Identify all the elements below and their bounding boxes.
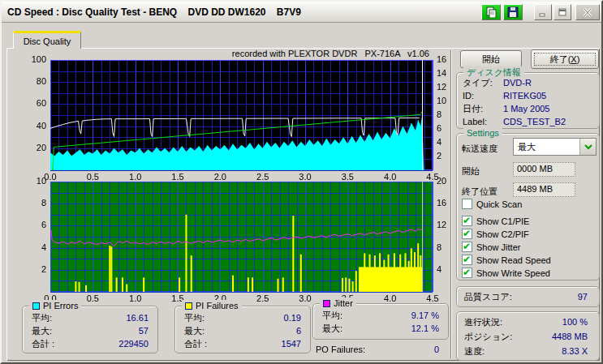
- settings-group-title: Settings: [463, 127, 502, 139]
- pi-failures-swatch: [185, 302, 192, 310]
- copy-icon: [485, 6, 497, 18]
- show-c1-pie-label: Show C1/PIE: [476, 216, 529, 226]
- speed-label: 転送速度: [462, 143, 497, 155]
- disc-date-row: 日付:1 May 2005: [457, 102, 599, 115]
- speed-row: 速度:8.33 X: [457, 344, 599, 358]
- pi-failures-box: PI Failures 平均:0.19 最大:6 合計 :1547: [174, 306, 311, 353]
- maximize-icon: [558, 7, 567, 17]
- disc-info-group: ディスク情報 タイプ:DVD-R ID:RITEKG05 日付:1 May 20…: [456, 72, 600, 129]
- save-icon: [507, 6, 519, 18]
- quality-score-label: 品質スコア:: [464, 291, 512, 303]
- copy-button[interactable]: [481, 4, 501, 20]
- pi-errors-avg-row: 平均:16.61: [23, 311, 157, 324]
- speed-select-value: 最大: [514, 139, 579, 155]
- pi-failures-title: PI Failures: [196, 301, 239, 310]
- pi-errors-title: PI Errors: [43, 301, 78, 310]
- disc-label-row: Label:CDS_TEST_B2: [457, 115, 599, 128]
- window-title: CD Speed : Disc Quality Test - BENQ DVD …: [7, 6, 301, 18]
- show-jitter-checkbox[interactable]: [462, 242, 472, 252]
- close-icon: [582, 7, 593, 18]
- save-button[interactable]: [503, 4, 523, 20]
- close-button[interactable]: [575, 4, 600, 20]
- po-failures-label: PO Failures:: [316, 345, 365, 354]
- start-position-label: 開始: [462, 165, 480, 178]
- pi-errors-swatch: [32, 302, 40, 310]
- pi-errors-max-row: 最大:57: [23, 324, 157, 337]
- quick-scan-label: Quick Scan: [476, 199, 522, 209]
- position-row: ポジション:4488 MB: [457, 329, 599, 344]
- tab-label: Disc Quality: [24, 36, 71, 46]
- progress-row: 進行状況:100 %: [457, 315, 599, 329]
- pi-failures-total-row: 合計 :1547: [175, 337, 310, 350]
- show-read-speed-checkbox[interactable]: [462, 255, 472, 265]
- pi-failures-box-title: PI Failures: [182, 300, 242, 311]
- po-failures-row: PO Failures: 0: [312, 342, 442, 357]
- end-position-label: 終了位置: [462, 186, 497, 198]
- titlebar: CD Speed : Disc Quality Test - BENQ DVD …: [2, 2, 601, 23]
- show-c1-pie-checkbox[interactable]: [462, 216, 472, 226]
- quick-scan-checkbox[interactable]: [462, 199, 472, 209]
- maximize-button[interactable]: [553, 4, 571, 20]
- pi-errors-box-title: PI Errors: [29, 300, 81, 311]
- panel-separator: [450, 50, 452, 358]
- show-read-speed-label: Show Read Speed: [476, 255, 551, 265]
- start-position-field[interactable]: 0000 MB: [513, 162, 575, 177]
- tab-disc-quality[interactable]: Disc Quality: [13, 31, 81, 49]
- pi-errors-box: PI Errors 平均:16.61 最大:57 合計 :229450: [22, 306, 158, 353]
- exit-button-label: 終了(X): [550, 54, 580, 66]
- quality-score-box: 品質スコア: 97: [456, 286, 600, 307]
- jitter-swatch: [323, 300, 330, 307]
- end-position-field[interactable]: 4489 MB: [513, 182, 575, 197]
- pi-errors-total-row: 合計 :229450: [23, 337, 157, 350]
- exit-button[interactable]: 終了(X): [531, 49, 599, 69]
- speed-select-button[interactable]: [579, 139, 596, 155]
- show-write-speed-checkbox[interactable]: [462, 268, 472, 278]
- po-failures-value: 0: [434, 345, 439, 354]
- app-window: CD Speed : Disc Quality Test - BENQ DVD …: [0, 0, 603, 364]
- jitter-title: Jitter: [334, 298, 353, 308]
- jitter-avg-row: 平均:9.17 %: [313, 309, 448, 322]
- speed-select[interactable]: 最大: [513, 138, 597, 156]
- show-write-speed-label: Show Write Speed: [476, 268, 550, 278]
- quality-score-row: 品質スコア: 97: [457, 287, 599, 306]
- minimize-icon: [538, 7, 548, 17]
- minimize-button[interactable]: [534, 4, 552, 20]
- chevron-down-icon: [584, 143, 592, 150]
- show-c2-pif-label: Show C2/PIF: [476, 229, 529, 239]
- show-jitter-label: Show Jitter: [476, 242, 520, 252]
- show-c2-pif-checkbox[interactable]: [462, 229, 472, 239]
- disc-info-group-title: ディスク情報: [463, 66, 524, 78]
- status-box: 進行状況:100 % ポジション:4488 MB 速度:8.33 X: [456, 311, 600, 361]
- start-button-label: 開始: [482, 54, 500, 66]
- quality-score-value: 97: [578, 292, 588, 302]
- jitter-max-row: 最大:12.1 %: [313, 322, 448, 335]
- disc-id-row: ID:RITEKG05: [457, 89, 599, 102]
- jitter-box-title: Jitter: [320, 298, 356, 309]
- pi-failures-avg-row: 平均:0.19: [175, 311, 310, 324]
- quality-charts: [18, 50, 452, 303]
- jitter-box: Jitter 平均:9.17 % 最大:12.1 %: [312, 303, 449, 340]
- pi-failures-max-row: 最大:6: [175, 324, 310, 337]
